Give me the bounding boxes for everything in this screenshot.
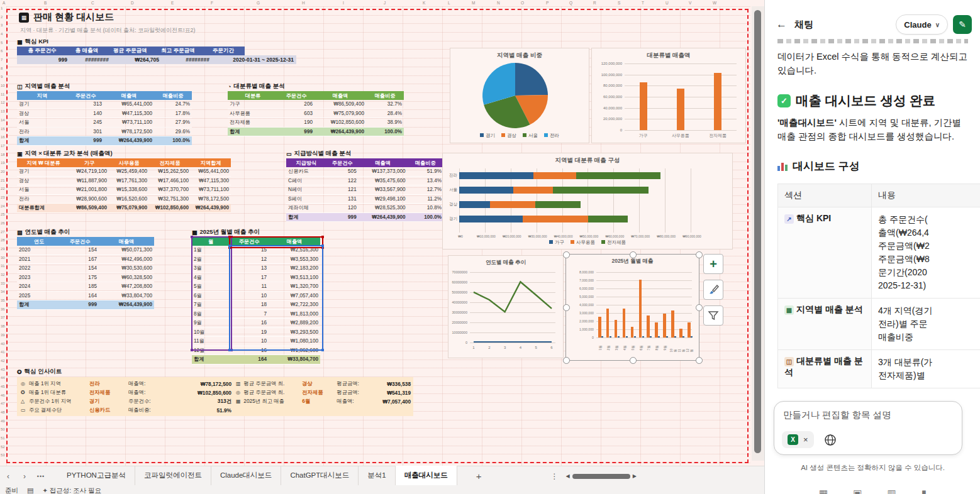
table-row[interactable]: 4월17₩3,513,100 [192, 273, 320, 282]
table-row[interactable]: 7월18₩2,722,300 [192, 300, 320, 310]
cell[interactable]: 평균 주문금액 [106, 47, 154, 55]
cell[interactable]: 24.7% [154, 100, 192, 109]
columns-icon[interactable]: ▥ [887, 488, 896, 494]
cell[interactable]: 전자제품 [228, 118, 278, 128]
vertical-scrollbar-thumb[interactable] [754, 10, 761, 453]
chart-icon[interactable]: ▮ [922, 488, 927, 494]
cell[interactable]: ₩37,370,700 [149, 185, 191, 195]
horizontal-scrollbar[interactable]: ◀ ▶ [565, 473, 636, 479]
table-row[interactable]: 경기₩24,719,100₩25,459,400₩15,262,500₩65,4… [17, 167, 231, 176]
total-cell[interactable]: 999 [67, 136, 104, 146]
category-sales-table[interactable]: 대분류주문건수매출액매출비중 가구206₩86,509,40032.7%사무용품… [228, 91, 404, 136]
cell[interactable]: 7월 [192, 300, 230, 310]
row-number[interactable]: 20 [1, 170, 5, 173]
row-headers[interactable]: 1234567891011121314151617181920212223242… [0, 6, 6, 466]
cell[interactable]: 185 [61, 282, 99, 292]
row-number[interactable]: 52 [1, 445, 5, 449]
row-number[interactable]: 12 [1, 101, 5, 104]
sheet-nav-more-button[interactable]: ••• [33, 473, 49, 480]
total-cell[interactable]: 100.0% [408, 212, 443, 222]
column-letter[interactable]: U [665, 1, 669, 5]
table-row[interactable]: C페이122₩35,475,60013.4% [286, 176, 443, 185]
cell[interactable]: 120 [326, 204, 359, 213]
cell[interactable]: ₩29,498,100 [359, 194, 408, 204]
row-number[interactable]: 17 [1, 144, 5, 148]
cell[interactable]: ₩75,079,900 [315, 109, 366, 118]
row-number[interactable]: 14 [1, 118, 5, 122]
column-letter[interactable]: M [472, 1, 475, 5]
new-chat-button[interactable]: ✎ [953, 15, 972, 34]
cell[interactable]: ₩47,115,300 [191, 176, 231, 185]
row-number[interactable]: 53 [1, 453, 5, 457]
cell[interactable]: 13.4% [408, 176, 443, 185]
table-row[interactable]: 서울₩21,001,800₩15,338,600₩37,370,700₩73,7… [17, 185, 231, 195]
back-arrow-button[interactable]: ← [776, 18, 787, 31]
column-header[interactable]: 지역 ₩ 대분류 [17, 158, 70, 167]
selection-handle[interactable] [563, 357, 570, 364]
column-header[interactable]: 전자제품 [149, 158, 191, 167]
table-row[interactable]: 11월10₩1,080,100 [192, 337, 320, 346]
sheet-tab-분석1[interactable]: 분석1 [359, 466, 395, 485]
record-macro-icon[interactable]: ▤ [27, 486, 33, 494]
cell[interactable]: 7 [230, 309, 269, 319]
cell[interactable]: N페이 [286, 185, 326, 195]
web-search-globe-icon[interactable] [824, 434, 837, 446]
row-number[interactable]: 22 [1, 187, 5, 190]
row-number[interactable]: 19 [1, 161, 5, 165]
cell[interactable]: 가구 [228, 100, 278, 109]
chat-input[interactable]: 만들거나 편집할 항목 설명 X × [774, 401, 962, 455]
column-header[interactable]: 주문건수 [326, 158, 359, 167]
cell[interactable]: 16 [230, 319, 269, 328]
column-header[interactable]: 지역 [17, 91, 67, 100]
cell[interactable]: 2023 [17, 273, 61, 282]
cell[interactable]: ₩2,889,200 [269, 319, 320, 328]
table-row[interactable]: 전라301₩78,172,50029.6% [17, 127, 192, 136]
cell[interactable]: 10 [230, 291, 269, 300]
sheet-tab-매출대시보드[interactable]: 매출대시보드 [396, 466, 457, 487]
cell[interactable]: ₩24,719,100 [70, 167, 109, 176]
cell[interactable]: 38.9% [366, 118, 404, 128]
cell[interactable]: 131 [326, 194, 359, 204]
cell[interactable]: 계좌이체 [286, 204, 326, 213]
total-cell[interactable]: 164 [230, 355, 269, 365]
cell[interactable]: 2025 [17, 291, 61, 300]
selection-handle[interactable] [563, 304, 570, 311]
column-header[interactable]: 주문건수 [61, 237, 99, 246]
cell[interactable]: ₩17,466,100 [149, 176, 191, 185]
row-number[interactable]: 37 [1, 316, 5, 319]
vertical-scrollbar[interactable] [752, 6, 764, 461]
total-cell[interactable]: ₩264,439,900 [191, 204, 231, 213]
total-cell[interactable]: ₩264,439,900 [359, 212, 408, 222]
cell[interactable]: 301 [67, 127, 104, 136]
cell[interactable]: 서울 [17, 185, 70, 195]
cell[interactable]: ₩78,172,500 [104, 127, 154, 136]
add-sheet-button[interactable]: + [476, 471, 482, 481]
cell[interactable]: ₩2,183,200 [269, 264, 320, 273]
column-header[interactable]: 매출비중 [154, 91, 192, 100]
row-number[interactable]: 31 [1, 264, 5, 268]
cell[interactable]: ₩42,496,000 [99, 255, 154, 264]
table-row[interactable]: 2022154₩30,530,600 [17, 264, 154, 273]
column-header[interactable]: 주문건수 [230, 237, 269, 246]
column-header[interactable]: 대분류 [228, 91, 278, 100]
column-header[interactable]: 지역합계 [191, 158, 231, 167]
row-number[interactable]: 9 [1, 75, 3, 79]
row-number[interactable]: 39 [1, 333, 5, 337]
column-letter[interactable]: N [497, 1, 500, 5]
kpi-values-row[interactable]: 999 ######## ₩264,705 ######## 2020-01-3… [17, 55, 296, 64]
column-letter[interactable]: W [713, 1, 716, 5]
total-cell[interactable]: ₩264,439,900 [99, 300, 154, 310]
cell[interactable]: 190 [278, 118, 315, 128]
pie-chart-region-share[interactable]: 지역별 매출 비중 경기경상서울전라 [450, 48, 589, 143]
cell[interactable]: ₩16,520,600 [109, 194, 149, 204]
cell[interactable]: 전라 [17, 127, 67, 136]
cell[interactable]: ₩2,516,300 [269, 246, 320, 255]
cell[interactable]: 32.7% [366, 100, 404, 109]
cell[interactable]: ₩1,320,700 [269, 282, 320, 292]
row-number[interactable]: 26 [1, 221, 5, 225]
column-letter[interactable]: G [257, 1, 260, 5]
sheet-tab-PYTHON고급분석[interactable]: PYTHON고급분석 [58, 466, 135, 485]
row-number[interactable]: 34 [1, 290, 5, 294]
cell[interactable]: 19 [230, 327, 269, 337]
sheet-tab-ChatGPT대시보드[interactable]: ChatGPT대시보드 [281, 466, 359, 485]
